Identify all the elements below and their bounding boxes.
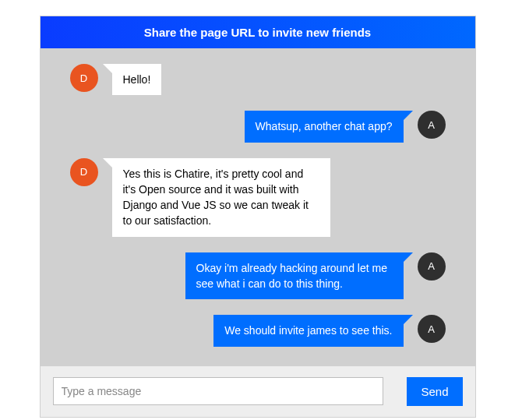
avatar-initial: A: [428, 260, 435, 272]
message-bubble: We should invite james to see this.: [213, 315, 403, 346]
header-title: Share the page URL to invite new friends: [144, 26, 371, 39]
message-bubble: Yes this is Chatire, it's pretty cool an…: [112, 158, 330, 237]
avatar: A: [418, 315, 446, 343]
message-text: Hello!: [123, 73, 151, 86]
message-row: We should invite james to see this. A: [53, 315, 463, 346]
message-list: D Hello! Whatsup, another chat app? A D …: [41, 48, 475, 366]
header-banner: Share the page URL to invite new friends: [41, 16, 475, 48]
message-text: Yes this is Chatire, it's pretty cool an…: [123, 168, 309, 228]
send-button[interactable]: Send: [407, 377, 462, 406]
message-row: D Yes this is Chatire, it's pretty cool …: [53, 158, 463, 237]
message-text: Okay i'm already hacking around let me s…: [196, 262, 387, 290]
input-bar: Send: [41, 366, 475, 417]
message-row: Whatsup, another chat app? A: [53, 111, 463, 142]
message-input[interactable]: [53, 377, 384, 405]
avatar-initial: D: [80, 166, 87, 178]
avatar: A: [418, 252, 446, 281]
message-bubble: Whatsup, another chat app?: [245, 111, 404, 142]
avatar-initial: A: [428, 323, 435, 335]
message-bubble: Okay i'm already hacking around let me s…: [185, 252, 404, 300]
message-row: Okay i'm already hacking around let me s…: [53, 252, 463, 300]
message-row: D Hello!: [53, 64, 463, 95]
avatar: A: [418, 111, 446, 139]
avatar: D: [70, 158, 98, 186]
avatar: D: [70, 64, 98, 92]
message-bubble: Hello!: [112, 64, 162, 95]
message-text: We should invite james to see this.: [224, 324, 392, 337]
message-text: Whatsup, another chat app?: [256, 120, 393, 132]
chat-window: Share the page URL to invite new friends…: [40, 16, 476, 418]
avatar-initial: D: [80, 72, 87, 84]
avatar-initial: A: [428, 119, 435, 131]
